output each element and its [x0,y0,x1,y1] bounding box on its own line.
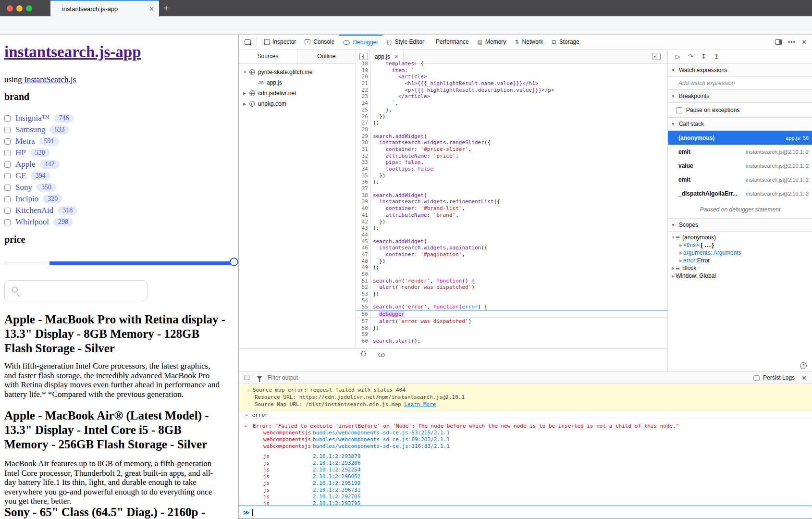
code-line[interactable]: 25 }, [356,107,667,113]
devtools-close-icon[interactable]: ✕ [801,38,807,46]
call-stack-header[interactable]: ▼ Call stack [668,118,812,131]
twisty-icon[interactable]: ▶ [678,251,683,255]
line-number[interactable]: 48 [356,258,371,265]
expand-panes-icon[interactable]: ▸▏ [652,53,661,60]
twisty-icon[interactable]: ▶ [678,259,683,263]
persist-logs-checkbox[interactable] [753,375,760,381]
brand-link[interactable]: KitchenAid [15,206,53,215]
tab-inspector[interactable]: Inspector [260,35,300,49]
line-number[interactable]: 58 [356,325,371,332]
line-number[interactable]: 41 [356,212,371,219]
line-number[interactable]: 35 [356,173,371,179]
line-number[interactable]: 31 [356,146,371,153]
scope-row[interactable]: ▶error: Error [668,257,812,264]
line-number[interactable]: 51 [356,278,371,284]
brand-link[interactable]: Samsung [15,125,45,135]
line-number[interactable]: 39 [356,198,371,205]
instantsearch-link[interactable]: InstantSearch.js [24,75,76,84]
tree-item[interactable]: ▶cdn.jsdelivr.net [239,88,356,99]
code-line[interactable]: 37 [356,185,667,192]
brand-link[interactable]: HP [15,148,26,158]
tree-item[interactable]: ▶unpkg.com [239,99,356,109]
stack-source-link[interactable]: 2.10.1:2:292705 [313,494,360,500]
brand-checkbox[interactable] [4,208,11,214]
twisty-icon[interactable]: ▶ [243,102,247,106]
code-line[interactable]: 36); [356,179,667,185]
stack-source-link[interactable]: 2.10.1:2:296731 [313,487,360,493]
code-line[interactable]: 39 instantsearch.widgets.refinementList(… [356,198,667,205]
code-line[interactable]: 29search.addWidget( [356,133,667,140]
line-number[interactable]: 32 [356,153,371,160]
brand-link[interactable]: GE [15,171,26,181]
line-number[interactable]: 54 [356,297,371,304]
code-line[interactable]: 21 <h1>{{{_highlightResult.name.value}}}… [356,80,667,87]
step-out-icon[interactable]: ↥ [714,53,719,60]
code-line[interactable]: 35 }) [356,173,667,179]
brand-link[interactable]: Incipio [15,194,38,204]
line-number[interactable]: 18 [356,61,371,67]
twisty-icon[interactable]: ▶ [678,243,683,247]
code-line[interactable]: 19 item: ` [356,67,667,74]
line-number[interactable]: 47 [356,251,371,258]
code-line[interactable]: 24 `, [356,100,667,107]
brand-link[interactable]: Sony [15,183,32,192]
twisty-icon[interactable]: ▶ [671,274,676,278]
brand-checkbox[interactable] [4,185,11,191]
line-number[interactable]: 44 [356,232,371,238]
code-line[interactable]: 50 [356,271,667,278]
line-number[interactable]: 53 [356,291,371,297]
line-number[interactable]: 36 [356,179,371,185]
line-number[interactable]: 27 [356,120,371,126]
line-number[interactable]: 20 [356,74,371,80]
code-line[interactable]: 51search.on('render', function() { [356,278,667,284]
line-number[interactable]: 60 [356,338,371,345]
twisty-icon[interactable]: ▼ [243,70,247,74]
search-box[interactable] [4,280,148,301]
breakpoints-header[interactable]: ▼ Breakpoints [668,90,812,103]
line-number[interactable]: 43 [356,225,371,232]
close-tab-icon[interactable]: ✕ [149,5,154,12]
code-line[interactable]: 18 templates: { [356,61,667,67]
scope-row[interactable]: ▶arguments: Arguments [668,249,812,257]
code-line[interactable]: 45search.addWidget( [356,238,667,245]
stack-source-link[interactable]: bundles/webcomponents-sd-ce.js:116:83/2.… [313,443,450,449]
line-number[interactable]: 29 [356,133,371,140]
dock-side-icon[interactable] [775,39,782,45]
help-icon[interactable]: ? [800,362,807,369]
line-number[interactable]: 45 [356,238,371,245]
tab-sources[interactable]: Sources [239,49,297,63]
code-line[interactable]: 59 [356,331,667,338]
code-line[interactable]: 32 attributeName: 'price', [356,153,667,160]
scope-row[interactable]: ▶☰Block [668,264,812,272]
stack-source-link[interactable]: 2.10.1:2:296052 [313,473,360,480]
code-line[interactable]: 44 [356,232,667,238]
code-line[interactable]: 43); [356,225,667,232]
code-line[interactable]: 30 instantsearch.widgets.rangeSlider({ [356,139,667,146]
stack-source-link[interactable]: 2.10.1:2:292254 [313,467,360,473]
line-number[interactable]: 59 [356,331,371,338]
line-number[interactable]: 25 [356,107,371,113]
code-line[interactable]: 58}) [356,325,667,332]
stack-source-link[interactable]: 2.10.1:2:295199 [313,480,360,486]
line-number[interactable]: 42 [356,219,371,225]
scope-row[interactable]: ▼☰(anonymous) [668,234,812,241]
call-stack-frame[interactable]: _dispatchAlgoliaErr...instantsearch.js@2… [668,186,812,200]
code-line[interactable]: 52 alert('render was dispatched') [356,284,667,291]
maximize-window-button[interactable] [26,5,32,12]
watch-expressions-header[interactable]: ▼ Watch expressions [668,64,812,77]
line-number[interactable]: 19 [356,67,371,74]
scope-row[interactable]: ▶Window: Global [668,272,812,280]
code-line[interactable]: 54 [356,297,667,304]
code-line[interactable]: 27); [356,120,667,126]
code-line[interactable]: 55search.on('error', function(error) { [356,304,667,310]
close-file-icon[interactable]: ✕ [394,54,398,60]
minimize-window-button[interactable] [16,5,23,12]
line-number[interactable]: 57 [356,318,371,325]
collapse-sources-icon[interactable]: ◂▏ [359,53,368,60]
line-number[interactable]: 21 [356,80,371,87]
code-line[interactable]: 22 <p>{{{_highlightResult.description.va… [356,87,667,94]
brand-link[interactable]: Apple [15,160,36,169]
code-line[interactable]: 46 instantsearch.widgets.pagination({ [356,245,667,251]
call-stack-frame[interactable]: valueinstantsearch.js@2.10.1: 2 [668,159,812,173]
resume-icon[interactable]: ▷ [676,53,680,60]
